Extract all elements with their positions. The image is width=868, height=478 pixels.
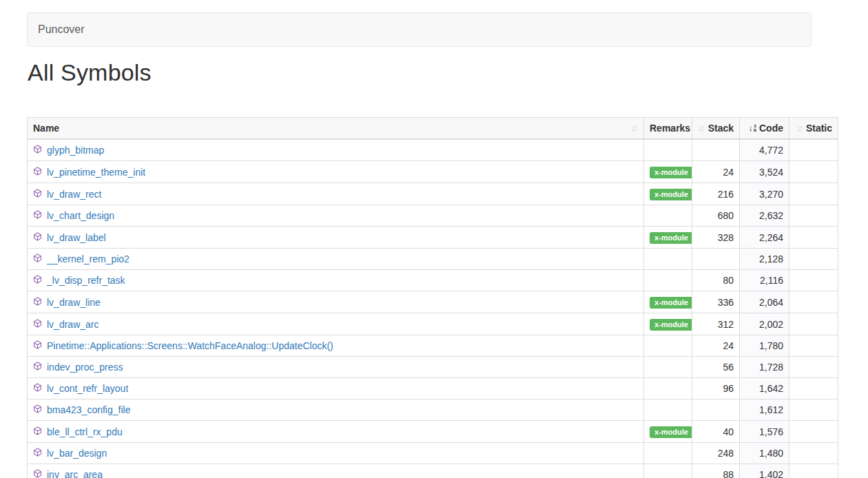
column-header-stack[interactable]: ↓↑ Stack bbox=[692, 118, 740, 140]
symbol-link[interactable]: inv_arc_area bbox=[47, 468, 103, 478]
symbol-row: ble_ll_ctrl_rx_pdu x-module 40 1,576 bbox=[28, 421, 838, 443]
symbol-row: Pinetime::Applications::Screens::WatchFa… bbox=[28, 335, 838, 357]
column-header-name[interactable]: Name ↓↑ bbox=[28, 118, 644, 140]
column-header-remarks[interactable]: Remarks bbox=[644, 118, 692, 140]
code-cell: 2,002 bbox=[740, 313, 789, 335]
remarks-cell: x-module bbox=[644, 227, 692, 249]
column-label-static: Static bbox=[806, 122, 832, 134]
symbol-row: __kernel_rem_pio2 2,128 bbox=[28, 249, 838, 270]
package-icon bbox=[33, 166, 42, 178]
x-module-badge: x-module bbox=[650, 189, 692, 200]
name-cell: __kernel_rem_pio2 bbox=[28, 249, 644, 270]
stack-cell: 680 bbox=[692, 205, 740, 227]
symbol-row: lv_draw_label x-module 328 2,264 bbox=[28, 227, 838, 249]
remarks-cell: x-module bbox=[644, 291, 692, 313]
symbol-link[interactable]: _lv_disp_refr_task bbox=[47, 274, 125, 287]
puncover-page: Puncover All Symbols Name ↓↑ Remarks bbox=[0, 0, 868, 478]
name-cell: lv_bar_design bbox=[28, 443, 644, 464]
symbol-link[interactable]: lv_draw_label bbox=[47, 231, 106, 244]
name-cell: lv_chart_design bbox=[28, 205, 644, 227]
symbol-row: _lv_disp_refr_task 80 2,116 bbox=[28, 270, 838, 291]
x-module-badge: x-module bbox=[650, 319, 692, 331]
name-cell: indev_proc_press bbox=[28, 357, 644, 378]
static-cell bbox=[789, 291, 838, 313]
static-cell bbox=[789, 183, 838, 205]
static-cell bbox=[789, 205, 838, 227]
static-cell bbox=[789, 161, 838, 183]
symbol-row: indev_proc_press 56 1,728 bbox=[28, 357, 838, 378]
x-module-badge: x-module bbox=[650, 167, 692, 178]
column-label-remarks: Remarks bbox=[650, 122, 690, 134]
name-cell: glyph_bitmap bbox=[28, 139, 644, 161]
column-header-static[interactable]: ↓↑ Static bbox=[789, 118, 838, 140]
symbol-row: inv_arc_area 88 1,402 bbox=[28, 464, 838, 478]
symbol-row: glyph_bitmap 4,772 bbox=[28, 139, 838, 161]
x-module-badge: x-module bbox=[650, 297, 692, 309]
symbol-row: lv_pinetime_theme_init x-module 24 3,524 bbox=[28, 161, 838, 183]
static-cell bbox=[789, 335, 838, 357]
code-cell: 2,632 bbox=[740, 205, 789, 227]
symbol-link[interactable]: lv_cont_refr_layout bbox=[47, 382, 128, 395]
static-cell bbox=[789, 357, 838, 378]
code-cell: 1,612 bbox=[740, 399, 789, 421]
column-header-code[interactable]: ↓ z a Code bbox=[740, 118, 789, 140]
stack-cell: 80 bbox=[692, 270, 740, 291]
symbol-row: lv_bar_design 248 1,480 bbox=[28, 443, 838, 464]
symbol-link[interactable]: lv_draw_arc bbox=[47, 318, 99, 331]
package-icon bbox=[33, 274, 42, 287]
package-icon bbox=[33, 404, 42, 416]
navbar: Puncover bbox=[27, 12, 812, 47]
code-cell: 1,642 bbox=[740, 378, 789, 399]
remarks-cell: x-module bbox=[644, 183, 692, 205]
code-cell: 1,480 bbox=[740, 443, 789, 464]
stack-cell bbox=[692, 139, 740, 161]
sort-descending-icon: ↓ z a bbox=[749, 122, 756, 134]
stack-cell: 24 bbox=[692, 335, 740, 357]
symbol-link[interactable]: ble_ll_ctrl_rx_pdu bbox=[47, 426, 123, 438]
remarks-cell: x-module bbox=[644, 161, 692, 183]
remarks-cell bbox=[644, 139, 692, 161]
symbol-link[interactable]: bma423_config_file bbox=[47, 404, 130, 416]
symbol-link[interactable]: lv_draw_rect bbox=[47, 188, 101, 200]
stack-cell: 56 bbox=[692, 357, 740, 378]
code-cell: 3,270 bbox=[740, 183, 789, 205]
symbol-row: lv_chart_design 680 2,632 bbox=[28, 205, 838, 227]
stack-cell: 88 bbox=[692, 464, 740, 478]
remarks-cell bbox=[644, 335, 692, 357]
column-label-stack: Stack bbox=[708, 122, 734, 134]
name-cell: ble_ll_ctrl_rx_pdu bbox=[28, 421, 644, 443]
code-cell: 2,128 bbox=[740, 249, 789, 270]
symbol-link[interactable]: lv_bar_design bbox=[47, 447, 107, 459]
name-cell: lv_draw_arc bbox=[28, 313, 644, 335]
stack-cell: 312 bbox=[692, 313, 740, 335]
static-cell bbox=[789, 464, 838, 478]
stack-cell: 96 bbox=[692, 378, 740, 399]
static-cell bbox=[789, 421, 838, 443]
package-icon bbox=[33, 231, 42, 244]
name-cell: lv_draw_rect bbox=[28, 183, 644, 205]
symbol-link[interactable]: lv_pinetime_theme_init bbox=[47, 166, 145, 178]
symbol-link[interactable]: __kernel_rem_pio2 bbox=[47, 253, 130, 265]
symbol-link[interactable]: glyph_bitmap bbox=[47, 144, 104, 156]
static-cell bbox=[789, 399, 838, 421]
name-cell: _lv_disp_refr_task bbox=[28, 270, 644, 291]
remarks-cell bbox=[644, 357, 692, 378]
symbol-link[interactable]: lv_draw_line bbox=[47, 296, 101, 309]
symbol-row: lv_draw_line x-module 336 2,064 bbox=[28, 291, 838, 313]
symbol-link[interactable]: lv_chart_design bbox=[47, 209, 114, 222]
navbar-brand-link[interactable]: Puncover bbox=[28, 23, 95, 36]
page-title: All Symbols bbox=[28, 59, 152, 86]
package-icon bbox=[33, 361, 42, 373]
static-cell bbox=[789, 378, 838, 399]
symbols-table-header: Name ↓↑ Remarks ↓↑ Stack bbox=[28, 118, 838, 140]
name-cell: lv_draw_label bbox=[28, 227, 644, 249]
stack-cell: 248 bbox=[692, 443, 740, 464]
symbol-link[interactable]: Pinetime::Applications::Screens::WatchFa… bbox=[47, 340, 333, 352]
remarks-cell bbox=[644, 270, 692, 291]
name-cell: lv_draw_line bbox=[28, 291, 644, 313]
symbol-link[interactable]: indev_proc_press bbox=[47, 361, 123, 373]
symbol-row: lv_draw_arc x-module 312 2,002 bbox=[28, 313, 838, 335]
package-icon bbox=[33, 318, 42, 331]
package-icon bbox=[33, 209, 42, 222]
package-icon bbox=[33, 340, 42, 352]
